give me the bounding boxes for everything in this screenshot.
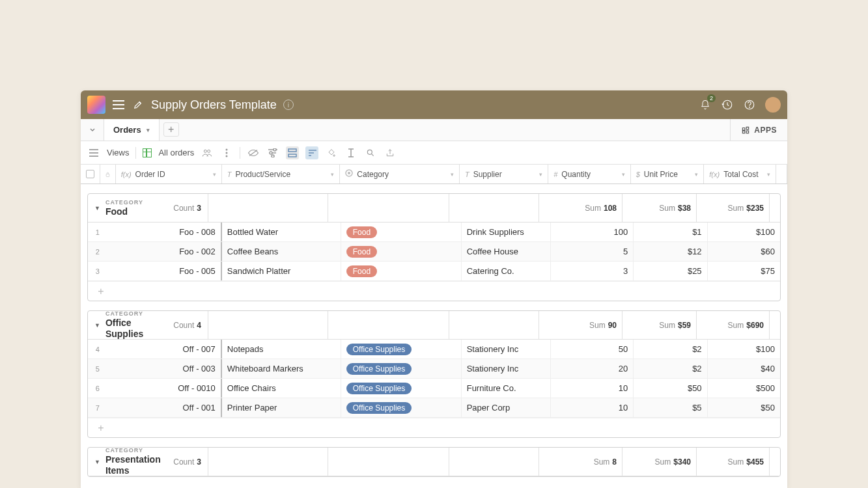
cell-order-id[interactable]: Off - 003 <box>107 359 222 378</box>
search-icon[interactable] <box>364 146 377 159</box>
add-tab-button[interactable]: + <box>163 122 179 137</box>
cell-total[interactable]: $500 <box>708 379 780 398</box>
cell-price[interactable]: $5 <box>634 398 707 417</box>
cell-product[interactable]: Printer Paper <box>222 398 341 417</box>
col-order-id[interactable]: f(x) Order ID ▾ <box>116 165 222 183</box>
add-row-button[interactable]: + <box>88 418 780 437</box>
cell-product[interactable]: Coffee Beans <box>222 242 341 261</box>
cell-total[interactable]: $100 <box>708 223 780 241</box>
collapse-icon[interactable]: ▼ <box>94 205 100 211</box>
cell-order-id[interactable]: Off - 0010 <box>107 379 222 398</box>
cell-category[interactable]: Food <box>341 242 462 261</box>
group-header[interactable]: ▼ CATEGORY Presentation Items Count3 Sum… <box>88 448 780 476</box>
cell-total[interactable]: $75 <box>708 262 780 280</box>
cell-supplier[interactable]: Coffee House <box>462 242 551 261</box>
lock-icon[interactable] <box>100 165 116 183</box>
cell-price[interactable]: $2 <box>634 359 707 378</box>
cell-price[interactable]: $1 <box>634 223 707 241</box>
cell-quantity[interactable]: 100 <box>551 223 634 241</box>
cell-price[interactable]: $50 <box>634 379 707 398</box>
doc-title[interactable]: Supply Orders Template <box>151 98 277 112</box>
cell-order-id[interactable]: Off - 001 <box>107 398 222 417</box>
views-label[interactable]: Views <box>107 148 129 157</box>
cell-total[interactable]: $100 <box>708 340 780 359</box>
share-icon[interactable] <box>384 146 397 159</box>
cell-product[interactable]: Bottled Water <box>222 223 341 241</box>
col-supplier[interactable]: T Supplier ▾ <box>460 165 548 183</box>
cell-category[interactable]: Office Supplies <box>341 340 462 359</box>
group-header[interactable]: ▼ CATEGORY Food Count3 Sum108 Sum$38 Sum… <box>88 194 780 223</box>
tabs-chevron[interactable] <box>81 119 104 141</box>
cell-supplier[interactable]: Stationery Inc <box>462 359 551 378</box>
people-icon[interactable] <box>201 146 214 159</box>
cell-category[interactable]: Food <box>341 223 462 241</box>
color-icon[interactable] <box>325 146 338 159</box>
cell-quantity[interactable]: 10 <box>551 379 634 398</box>
apps-button[interactable]: APPS <box>730 119 787 141</box>
cell-supplier[interactable]: Drink Suppliers <box>462 223 551 241</box>
cell-price[interactable]: $25 <box>634 262 707 280</box>
table-row[interactable]: 5 Off - 003 Whiteboard Markers Office Su… <box>88 359 780 379</box>
cell-supplier[interactable]: Furniture Co. <box>462 379 551 398</box>
group-icon[interactable] <box>286 146 299 159</box>
cell-total[interactable]: $40 <box>708 359 780 378</box>
cell-category[interactable]: Office Supplies <box>341 398 462 417</box>
table-row[interactable]: 6 Off - 0010 Office Chairs Office Suppli… <box>88 379 780 398</box>
collapse-icon[interactable]: ▼ <box>94 322 100 329</box>
cell-price[interactable]: $12 <box>634 242 707 261</box>
add-row-button[interactable]: + <box>88 281 780 301</box>
cell-quantity[interactable]: 10 <box>551 398 634 417</box>
bell-icon[interactable]: 2 <box>699 98 712 111</box>
table-row[interactable]: 3 Foo - 005 Sandwich Platter Food Cateri… <box>88 262 780 281</box>
more-icon[interactable] <box>220 146 233 159</box>
group-label: CATEGORY <box>105 310 168 318</box>
cell-product[interactable]: Whiteboard Markers <box>222 359 341 378</box>
cell-quantity[interactable]: 50 <box>551 340 634 359</box>
cell-category[interactable]: Office Supplies <box>341 359 462 378</box>
row-height-icon[interactable] <box>344 146 357 159</box>
avatar[interactable] <box>765 97 781 113</box>
tab-orders[interactable]: Orders ▾ <box>104 119 160 141</box>
cell-price[interactable]: $2 <box>634 340 707 359</box>
cell-product[interactable]: Office Chairs <box>222 379 341 398</box>
cell-supplier[interactable]: Paper Corp <box>462 398 551 417</box>
filter-icon[interactable] <box>266 146 279 159</box>
history-icon[interactable] <box>721 98 734 111</box>
col-unit-price[interactable]: $ Unit Price ▾ <box>631 165 705 183</box>
cell-product[interactable]: Sandwich Platter <box>222 262 341 280</box>
group-header[interactable]: ▼ CATEGORY Office Supplies Count4 Sum90 … <box>88 311 780 340</box>
cell-order-id[interactable]: Foo - 008 <box>107 223 222 241</box>
cell-quantity[interactable]: 3 <box>551 262 634 280</box>
cell-order-id[interactable]: Off - 007 <box>107 340 222 359</box>
select-all-checkbox[interactable] <box>81 165 100 183</box>
info-icon[interactable]: i <box>283 100 294 110</box>
hide-fields-icon[interactable] <box>247 146 260 159</box>
table-row[interactable]: 4 Off - 007 Notepads Office Supplies Sta… <box>88 340 780 359</box>
cell-supplier[interactable]: Stationery Inc <box>462 340 551 359</box>
cell-category[interactable]: Office Supplies <box>341 379 462 398</box>
table-row[interactable]: 2 Foo - 002 Coffee Beans Food Coffee Hou… <box>88 242 780 262</box>
cell-quantity[interactable]: 20 <box>551 359 634 378</box>
cell-quantity[interactable]: 5 <box>551 242 634 261</box>
app-logo[interactable] <box>87 96 105 114</box>
views-menu-icon[interactable] <box>87 146 100 159</box>
cell-product[interactable]: Notepads <box>222 340 341 359</box>
sort-icon[interactable] <box>305 146 318 159</box>
help-icon[interactable] <box>743 98 756 111</box>
rocket-icon[interactable] <box>132 98 145 111</box>
col-total-cost[interactable]: f(x) Total Cost ▾ <box>704 165 776 183</box>
cell-order-id[interactable]: Foo - 005 <box>107 262 222 280</box>
cell-order-id[interactable]: Foo - 002 <box>107 242 222 261</box>
cell-category[interactable]: Food <box>341 262 462 280</box>
cell-total[interactable]: $50 <box>708 398 780 417</box>
col-quantity[interactable]: # Quantity ▾ <box>548 165 630 183</box>
hamburger-icon[interactable] <box>112 98 125 111</box>
collapse-icon[interactable]: ▼ <box>94 459 100 465</box>
cell-total[interactable]: $60 <box>708 242 780 261</box>
col-category[interactable]: Category ▾ <box>340 165 460 183</box>
table-row[interactable]: 1 Foo - 008 Bottled Water Food Drink Sup… <box>88 223 780 242</box>
table-row[interactable]: 7 Off - 001 Printer Paper Office Supplie… <box>88 398 780 418</box>
col-product[interactable]: T Product/Service ▾ <box>222 165 341 183</box>
cell-supplier[interactable]: Catering Co. <box>462 262 551 280</box>
current-view-name[interactable]: All orders <box>158 148 194 157</box>
